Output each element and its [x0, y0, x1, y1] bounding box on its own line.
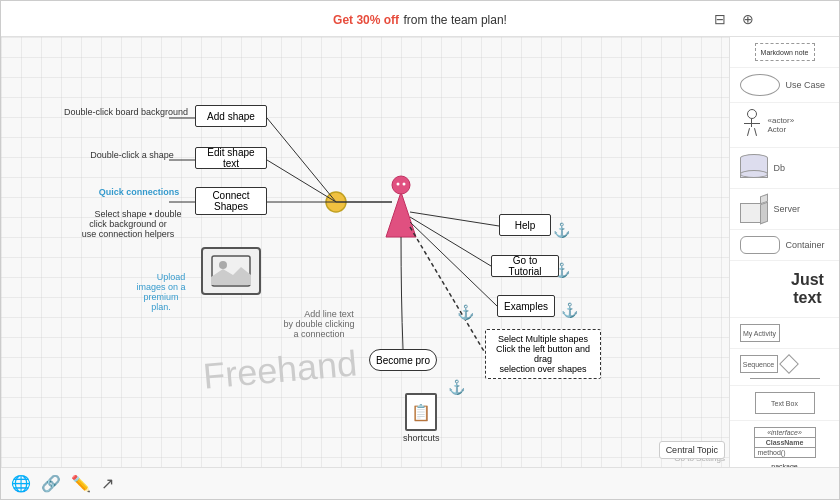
promo-suffix: from the team plan!: [404, 13, 507, 27]
svg-line-11: [410, 227, 485, 353]
main-area: ⚓ ⚓ ⚓ ⚓ ⚓ Add shape Edit shape text Conn…: [1, 37, 839, 467]
actor-label: «actor» Actor: [768, 116, 795, 134]
svg-point-5: [392, 176, 410, 194]
promo-link[interactable]: Get 30% off: [333, 13, 399, 27]
svg-point-17: [219, 261, 227, 269]
app: Get 30% off from the team plan! ⊟ ⊕: [0, 0, 840, 500]
shape-item-uml[interactable]: «interface» ClassName method() package: [730, 421, 839, 467]
svg-point-3: [326, 192, 346, 212]
shortcuts-label: shortcuts: [403, 433, 440, 443]
globe-icon[interactable]: 🌐: [11, 474, 31, 493]
right-panel: ▶ Markdown note Use Case: [729, 37, 839, 467]
shape-item-db[interactable]: Db: [730, 148, 839, 189]
image-placeholder: [201, 247, 261, 295]
svg-point-6: [397, 183, 400, 186]
shape-item-text-box[interactable]: Text Box: [730, 386, 839, 421]
toolbar-icons: ⊟ ⊕: [709, 8, 759, 30]
central-topic-button[interactable]: Central Topic: [659, 441, 725, 459]
select-multiple-node[interactable]: Select Multiple shapes Click the left bu…: [485, 329, 601, 379]
panel-toggle-button[interactable]: ▶: [729, 240, 730, 264]
server-label: Server: [774, 204, 801, 214]
svg-point-7: [403, 183, 406, 186]
bottom-left-icons: 🌐 🔗 ✏️ ↗: [11, 474, 114, 493]
help-node[interactable]: Help: [499, 214, 551, 236]
svg-line-12: [267, 118, 336, 202]
svg-line-8: [410, 212, 499, 226]
edit-icon[interactable]: ✏️: [71, 474, 91, 493]
examples-node[interactable]: Examples: [497, 295, 555, 317]
add-shape-node[interactable]: Add shape: [195, 105, 267, 127]
text-box-label: Text Box: [771, 400, 798, 407]
label-quick: Quick connections: [89, 187, 189, 197]
freehand-text: Freehand: [201, 342, 358, 397]
shape-item-actor[interactable]: «actor» Actor: [730, 103, 839, 148]
label-line-text: Add line text by double clicking a conne…: [269, 299, 369, 349]
edit-shape-node[interactable]: Edit shape text: [195, 147, 267, 169]
shape-item-my-activity[interactable]: My Activity: [730, 318, 839, 349]
anchor-icon-5: ⚓: [457, 304, 475, 321]
svg-line-10: [410, 222, 497, 306]
shape-item-container[interactable]: Container: [730, 230, 839, 261]
label-upload: Upload images on a premium plan.: [121, 262, 201, 322]
label-dbl-shape: Double-click a shape: [77, 150, 187, 160]
anchor-icon-4: ⚓: [448, 379, 466, 396]
bottom-bar: 🌐 🔗 ✏️ ↗: [1, 467, 839, 499]
svg-line-13: [267, 160, 336, 202]
zoom-out-icon[interactable]: ⊟: [709, 8, 731, 30]
promo-text: Get 30% off from the team plan!: [333, 10, 507, 28]
go-to-tutorial-node[interactable]: Go to Tutorial: [491, 255, 559, 277]
shape-item-just-text[interactable]: Justtext: [730, 261, 839, 318]
shape-item-sequence[interactable]: Sequence: [730, 349, 839, 386]
anchor-icon-3: ⚓: [561, 302, 579, 319]
svg-marker-4: [386, 192, 416, 237]
become-pro-node[interactable]: Become pro: [369, 349, 437, 371]
svg-line-9: [410, 217, 491, 266]
shortcuts-item[interactable]: 📋 shortcuts: [403, 393, 440, 443]
canvas[interactable]: ⚓ ⚓ ⚓ ⚓ ⚓ Add shape Edit shape text Conn…: [1, 37, 729, 467]
label-quick-desc: Select shape • double click background o…: [73, 199, 183, 249]
container-label: Container: [786, 240, 825, 250]
connect-shapes-node[interactable]: Connect Shapes: [195, 187, 267, 215]
shape-item-use-case[interactable]: Use Case: [730, 68, 839, 103]
zoom-fit-icon[interactable]: ⊕: [737, 8, 759, 30]
label-dbl-board: Double-click board background: [61, 107, 191, 117]
link-icon[interactable]: 🔗: [41, 474, 61, 493]
share-icon[interactable]: ↗: [101, 474, 114, 493]
just-text-label: Justtext: [791, 267, 824, 311]
anchor-icon-1: ⚓: [553, 222, 571, 239]
shape-item-server[interactable]: Server: [730, 189, 839, 230]
connections-svg: ⚓ ⚓ ⚓ ⚓ ⚓: [1, 37, 729, 467]
use-case-label: Use Case: [786, 80, 826, 90]
top-bar: Get 30% off from the team plan! ⊟ ⊕: [1, 1, 839, 37]
shape-item-markdown[interactable]: Markdown note: [730, 37, 839, 68]
db-label: Db: [774, 163, 786, 173]
